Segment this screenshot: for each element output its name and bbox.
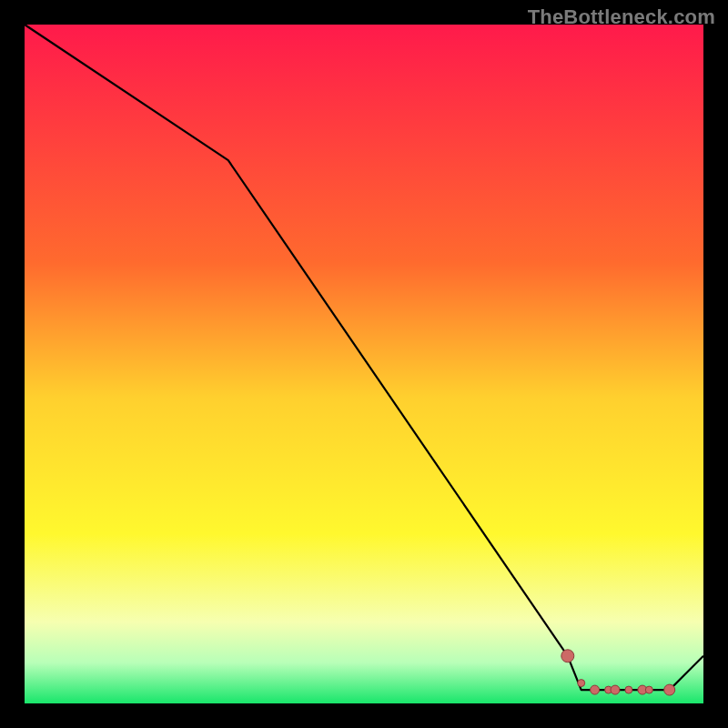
- marker-dot: [561, 650, 574, 662]
- chart-svg: [0, 0, 728, 728]
- marker-dot: [664, 684, 675, 695]
- marker-dot: [578, 680, 585, 687]
- chart-gradient-bg: [25, 25, 703, 703]
- marker-dot: [625, 686, 632, 693]
- marker-dot: [591, 685, 600, 694]
- watermark-text: TheBottleneck.com: [528, 5, 715, 29]
- marker-dot: [645, 686, 652, 693]
- marker-dot: [611, 685, 620, 694]
- chart-container: TheBottleneck.com: [0, 0, 728, 728]
